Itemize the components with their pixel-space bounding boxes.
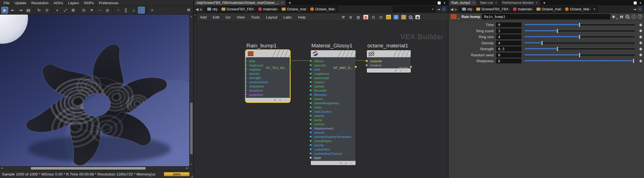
node-octane-material1[interactable]: octane_material1 material medium shader: [367, 50, 411, 73]
input-connector[interactable]: [309, 148, 312, 151]
bullseye-button[interactable]: ◎: [104, 7, 111, 13]
back-button[interactable]: ◀: [450, 7, 453, 11]
input-connector[interactable]: [309, 77, 312, 79]
tools-icon[interactable]: ⚒: [341, 15, 346, 19]
timer-button[interactable]: ◔: [115, 7, 121, 13]
list-view-icon[interactable]: ▤: [356, 15, 361, 19]
input-connector[interactable]: [309, 98, 312, 100]
slider-handle[interactable]: [579, 34, 580, 39]
node-name-input[interactable]: [482, 14, 610, 19]
search-icon[interactable]: [409, 15, 412, 19]
focus-button[interactable]: ⊡: [80, 7, 87, 13]
node-material-glossy1[interactable]: Material_Glossy1 diffuse specular: [311, 50, 356, 165]
input-connector[interactable]: [309, 85, 312, 87]
info-icon[interactable]: i: [632, 15, 636, 19]
slider-handle[interactable]: [541, 41, 543, 45]
node-header[interactable]: [246, 50, 290, 57]
gear-dropdown-icon[interactable]: ▼: [616, 18, 618, 20]
breadcrumb-item[interactable]: Octane_Mat ›: [309, 7, 337, 11]
visibility-icon[interactable]: ◉: [415, 15, 420, 19]
input-connector[interactable]: [309, 64, 312, 66]
menu-item[interactable]: Update: [12, 1, 29, 5]
add-image-icon[interactable]: +: [394, 15, 398, 19]
gear-menu-icon[interactable]: ✱: [612, 15, 615, 19]
input-connector[interactable]: [309, 127, 312, 130]
menu-item[interactable]: View: [234, 15, 248, 19]
breadcrumb-item[interactable]: Octane_Mat ›: [563, 7, 592, 11]
viewport-horizontal-scrollbar[interactable]: ◀ ▶: [0, 166, 193, 170]
parameters-tab[interactable]: Performance Monitor ×: [500, 0, 540, 5]
param-slider[interactable]: [524, 52, 635, 58]
jump-to-end-button[interactable]: ⇥: [17, 7, 24, 13]
input-connector[interactable]: [309, 72, 312, 75]
restart-render-button[interactable]: ↻: [36, 7, 42, 13]
follow-selection-icon[interactable]: [638, 7, 642, 11]
input-connector[interactable]: [309, 68, 312, 71]
input-connector[interactable]: [309, 156, 312, 159]
sticky-note-icon[interactable]: ▤: [386, 15, 391, 19]
scroll-right-icon[interactable]: ▶: [186, 167, 188, 169]
menu-item[interactable]: Help: [295, 15, 309, 19]
input-connector[interactable]: [309, 123, 312, 125]
breadcrumb-item[interactable]: ScrewsFBX_FBX ›: [220, 7, 256, 11]
param-gear-icon[interactable]: ✱: [637, 35, 644, 39]
input-connector[interactable]: [244, 68, 247, 71]
param-value-field[interactable]: 0: [496, 22, 521, 27]
input-connector[interactable]: [244, 64, 247, 66]
search-icon[interactable]: [626, 15, 629, 19]
slider-handle[interactable]: [557, 47, 558, 51]
close-tab-icon[interactable]: ×: [495, 1, 497, 5]
param-value-field[interactable]: 6: [496, 59, 521, 63]
output-connector[interactable]: [354, 66, 357, 68]
forward-button[interactable]: ▶: [200, 7, 203, 11]
input-connector[interactable]: [309, 135, 312, 138]
breadcrumb-dropdown-icon[interactable]: ▼: [592, 8, 597, 11]
node-footer[interactable]: ≡ ＝ −: [311, 161, 356, 165]
output-connector[interactable]: [410, 66, 412, 68]
box-icon[interactable]: [401, 15, 406, 19]
menu-item[interactable]: File: [1, 1, 12, 5]
node-rain-bump1[interactable]: Rain_bump1 time ringCount r: [245, 49, 291, 103]
breadcrumb-item[interactable]: materials ›: [511, 7, 535, 11]
menu-item[interactable]: Edit: [210, 15, 222, 19]
menu-item[interactable]: Resolution: [29, 1, 51, 5]
slider-handle[interactable]: [633, 59, 634, 63]
contrast-button[interactable]: ◐: [54, 7, 61, 13]
pane-menu-icon[interactable]: ▼: [443, 2, 446, 4]
menu-item[interactable]: Preferences: [96, 1, 121, 5]
scroll-down-icon[interactable]: ▼: [190, 163, 193, 166]
input-connector[interactable]: [309, 106, 312, 108]
input-connector[interactable]: [309, 119, 312, 121]
input-connector[interactable]: [244, 81, 247, 83]
new-tab-button[interactable]: +: [541, 0, 548, 5]
input-connector[interactable]: [309, 93, 312, 96]
close-tab-icon[interactable]: ×: [281, 1, 283, 5]
home-view-button[interactable]: ⌂: [130, 7, 137, 13]
close-tab-icon[interactable]: ×: [473, 1, 475, 5]
back-button[interactable]: ◀: [195, 7, 199, 11]
menu-item[interactable]: Go: [222, 15, 234, 19]
param-gear-icon[interactable]: ✱: [637, 41, 644, 45]
tab-network-path[interactable]: /obj/ScrewsFBX_FBX/materials/Octane_mat/…: [194, 0, 286, 5]
vertical-scroll-thumb[interactable]: [190, 103, 193, 154]
crop-button[interactable]: ⌗: [149, 7, 155, 13]
input-connector[interactable]: [244, 77, 247, 79]
parameters-tab[interactable]: Rain_bump1 ×: [449, 0, 477, 5]
menu-item[interactable]: Add: [197, 15, 210, 19]
toolbox-button[interactable]: ⚒: [185, 7, 192, 13]
node-footer[interactable]: ≡ ＝ −: [246, 98, 290, 102]
input-connector[interactable]: [244, 85, 247, 87]
input-connector[interactable]: [309, 131, 312, 134]
window-layout-icon[interactable]: ⊟: [379, 15, 383, 19]
param-slider[interactable]: [524, 34, 635, 40]
horizontal-scroll-thumb[interactable]: [31, 167, 146, 170]
power-button[interactable]: ⊙: [43, 7, 50, 13]
output-connector[interactable]: [289, 66, 291, 68]
snapshot-button[interactable]: ⊞: [70, 7, 76, 13]
type-dropdown-icon[interactable]: ▼: [457, 18, 459, 20]
fit-view-button[interactable]: ⤢: [62, 7, 69, 13]
new-tab-button[interactable]: +: [286, 0, 294, 5]
param-gear-icon[interactable]: ✱: [637, 47, 644, 51]
viewport-vertical-scrollbar[interactable]: ▲ ▼: [189, 15, 193, 166]
node-header[interactable]: [311, 50, 356, 57]
